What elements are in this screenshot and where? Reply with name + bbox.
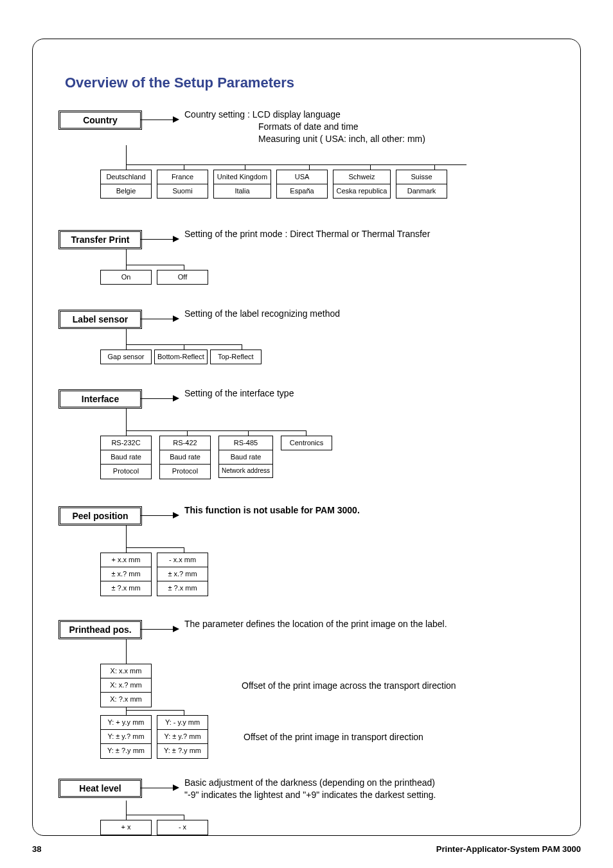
opt-rs485: RS-485	[218, 436, 273, 450]
interface-desc: Setting of the interface type	[184, 387, 294, 400]
section-peel: Peel position This function is not usabl…	[58, 506, 555, 564]
arrow-icon	[141, 396, 179, 402]
page-frame: Overview of the Setup Parameters Country…	[32, 39, 581, 836]
transfer-desc: Setting of the print mode : Direct Therm…	[184, 228, 430, 240]
opt-usa: USA	[276, 170, 328, 184]
printhead-ynote: Offset of the print image in transport d…	[244, 732, 423, 742]
opt-danmark: Danmark	[396, 184, 447, 199]
opt-suisse: Suisse	[396, 170, 447, 184]
section-heat: Heat level Basic adjustment of the darkn…	[58, 779, 555, 826]
arrow-icon	[141, 785, 179, 791]
opt-suomi: Suomi	[157, 184, 208, 199]
section-labelsensor: Label sensor Setting of the label recogn…	[58, 310, 555, 356]
opt-bottom-reflect: Bottom-Reflect	[154, 350, 208, 364]
printhead-xnote: Offset of the print image across the tra…	[242, 680, 456, 691]
param-heat: Heat level	[58, 779, 142, 798]
opt-italia: Italia	[213, 184, 271, 199]
opt-centronics: Centronics	[281, 436, 332, 450]
opt-rs232c: RS-232C	[100, 436, 152, 450]
section-printhead: Printhead pos. The parameter defines the…	[58, 620, 555, 742]
param-printhead: Printhead pos.	[58, 620, 142, 639]
opt-france: France	[157, 170, 208, 184]
section-interface: Interface Setting of the interface type …	[58, 389, 555, 454]
param-transfer: Transfer Print	[58, 230, 142, 249]
opt-off: Off	[157, 270, 208, 285]
arrow-icon	[141, 626, 179, 632]
param-labelsensor: Label sensor	[58, 310, 142, 329]
labelsensor-desc: Setting of the label recognizing method	[184, 308, 340, 320]
opt-plus-x: + x	[100, 820, 152, 835]
page-number: 38	[32, 844, 41, 854]
printhead-desc: The parameter defines the location of th…	[184, 618, 447, 630]
opt-espana: España	[276, 184, 328, 199]
opt-deutschland: Deutschland	[100, 170, 152, 184]
arrow-icon	[141, 513, 179, 518]
arrow-icon	[141, 117, 179, 123]
heat-desc: Basic adjustment of the darkness (depend…	[184, 777, 436, 801]
opt-on: On	[100, 270, 152, 285]
opt-minus-x: - x	[157, 820, 208, 835]
peel-desc: This function is not usable for PAM 3000…	[184, 504, 360, 517]
page-footer: 38 Printer-Applicator-System PAM 3000	[32, 844, 581, 854]
opt-gap: Gap sensor	[100, 350, 152, 364]
param-interface: Interface	[58, 389, 142, 409]
section-transfer: Transfer Print Setting of the print mode…	[58, 230, 555, 276]
section-country: Country Country setting : LCD display la…	[58, 111, 555, 177]
arrow-icon	[141, 236, 179, 242]
page-title: Overview of the Setup Parameters	[65, 75, 555, 91]
param-country: Country	[58, 111, 142, 130]
doc-title: Printer-Applicator-System PAM 3000	[436, 844, 581, 854]
opt-rs422: RS-422	[159, 436, 211, 450]
opt-belgie: Belgie	[100, 184, 152, 199]
country-desc: Country setting : LCD display language F…	[184, 109, 425, 145]
param-peel: Peel position	[58, 506, 142, 526]
opt-uk: United Kingdom	[213, 170, 271, 184]
opt-schweiz: Schweiz	[333, 170, 391, 184]
opt-top-reflect: Top-Reflect	[210, 350, 262, 364]
opt-ceska: Ceska republica	[333, 184, 391, 199]
arrow-icon	[141, 316, 179, 322]
